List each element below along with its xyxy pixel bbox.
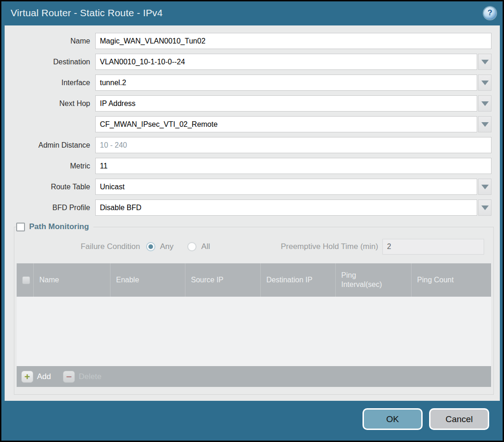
name-row: Name xyxy=(5,33,500,49)
interface-row: Interface xyxy=(5,75,500,91)
column-header-ping-interval[interactable]: Ping Interval(sec) xyxy=(335,263,411,297)
chevron-down-icon xyxy=(481,60,489,64)
name-label: Name xyxy=(5,37,95,45)
chevron-down-icon xyxy=(481,81,489,85)
dialog-titlebar: Virtual Router - Static Route - IPv4 ? xyxy=(1,1,503,25)
metric-input[interactable] xyxy=(95,158,492,174)
static-route-dialog: Virtual Router - Static Route - IPv4 ? N… xyxy=(0,0,504,442)
interface-dropdown-button[interactable] xyxy=(478,75,492,91)
route-table-row: Route Table xyxy=(5,179,500,195)
column-header-name[interactable]: Name xyxy=(33,263,110,297)
next-hop-address-row xyxy=(5,116,500,132)
help-icon[interactable]: ? xyxy=(484,7,496,19)
failure-condition-any-radio[interactable] xyxy=(146,242,155,251)
admin-distance-label: Admin Distance xyxy=(5,141,95,149)
interface-label: Interface xyxy=(5,79,95,87)
dialog-footer: OK Cancel xyxy=(363,408,489,430)
column-header-enable[interactable]: Enable xyxy=(110,263,185,297)
column-header-source-ip[interactable]: Source IP xyxy=(185,263,260,297)
delete-button[interactable]: − Delete xyxy=(63,371,101,383)
next-hop-type-input[interactable] xyxy=(95,95,477,112)
failure-condition-all-radio[interactable] xyxy=(187,242,197,251)
metric-label: Metric xyxy=(5,162,95,170)
admin-distance-row: Admin Distance xyxy=(5,137,500,153)
admin-distance-input[interactable] xyxy=(95,137,492,153)
destination-dropdown-button[interactable] xyxy=(478,54,492,70)
chevron-down-icon xyxy=(481,205,489,210)
cancel-button[interactable]: Cancel xyxy=(429,408,489,430)
destination-input[interactable] xyxy=(95,54,477,70)
failure-condition-row: Failure Condition Any All Preemptive Hol… xyxy=(14,238,493,255)
path-monitoring-table-header: Name Enable Source IP Destination IP Pin… xyxy=(17,263,491,297)
next-hop-row: Next Hop xyxy=(5,95,500,112)
route-table-input[interactable] xyxy=(95,179,477,195)
dialog-content: Name Destination Interface Next Hop xyxy=(5,25,500,401)
chevron-down-icon xyxy=(481,185,489,189)
failure-condition-radio-group: Any All xyxy=(146,242,224,251)
radio-dot-icon xyxy=(148,244,153,249)
path-monitoring-table-footer: + Add − Delete xyxy=(17,366,491,387)
bfd-profile-input[interactable] xyxy=(95,199,477,216)
path-monitoring-table-body xyxy=(17,297,491,366)
path-monitoring-title: Path Monitoring xyxy=(29,222,89,231)
destination-row: Destination xyxy=(5,54,500,70)
failure-condition-label: Failure Condition xyxy=(14,242,146,251)
destination-label: Destination xyxy=(5,58,95,66)
next-hop-address-dropdown-button[interactable] xyxy=(478,116,492,132)
failure-condition-any-label: Any xyxy=(160,242,173,251)
interface-input[interactable] xyxy=(95,75,477,91)
column-header-destination-ip[interactable]: Destination IP xyxy=(260,263,335,297)
chevron-down-icon xyxy=(481,101,489,106)
dialog-title: Virtual Router - Static Route - IPv4 xyxy=(11,7,163,19)
path-monitoring-checkbox[interactable] xyxy=(16,223,25,231)
failure-condition-all-label: All xyxy=(201,242,210,251)
select-all-checkbox[interactable] xyxy=(22,276,30,284)
bfd-profile-row: BFD Profile xyxy=(5,199,500,216)
plus-icon: + xyxy=(21,371,33,383)
name-input[interactable] xyxy=(95,33,492,49)
minus-icon: − xyxy=(63,371,75,383)
preemptive-hold-time-label: Preemptive Hold Time (min) xyxy=(281,242,378,251)
next-hop-address-input[interactable] xyxy=(95,116,477,132)
bfd-profile-dropdown-button[interactable] xyxy=(478,199,492,216)
route-table-label: Route Table xyxy=(5,183,95,191)
bfd-profile-label: BFD Profile xyxy=(5,204,95,212)
metric-row: Metric xyxy=(5,158,500,174)
route-table-dropdown-button[interactable] xyxy=(478,179,492,195)
path-monitoring-legend: Path Monitoring xyxy=(16,222,93,231)
preemptive-hold-time-input[interactable] xyxy=(382,239,484,255)
path-monitoring-table: Name Enable Source IP Destination IP Pin… xyxy=(17,263,491,387)
column-header-ping-count[interactable]: Ping Count xyxy=(411,263,491,297)
ok-button[interactable]: OK xyxy=(363,408,423,430)
chevron-down-icon xyxy=(481,122,489,127)
add-button[interactable]: + Add xyxy=(21,371,51,383)
next-hop-dropdown-button[interactable] xyxy=(478,95,492,112)
path-monitoring-section: Path Monitoring Failure Condition Any Al… xyxy=(14,222,494,395)
next-hop-label: Next Hop xyxy=(5,100,95,108)
